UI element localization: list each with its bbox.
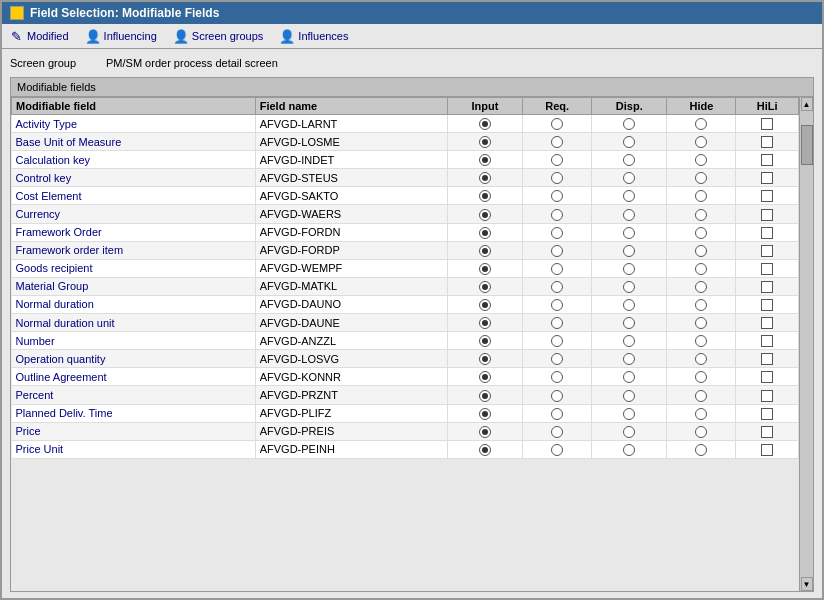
radio-input-circle[interactable] <box>479 281 491 293</box>
radio-hide-circle[interactable] <box>695 317 707 329</box>
radio-hide[interactable] <box>667 368 736 386</box>
radio-req[interactable] <box>523 277 592 295</box>
radio-disp-circle[interactable] <box>623 371 635 383</box>
radio-hide-circle[interactable] <box>695 281 707 293</box>
radio-input-circle[interactable] <box>479 227 491 239</box>
checkbox-hili[interactable] <box>736 205 799 223</box>
radio-input-circle[interactable] <box>479 390 491 402</box>
scroll-down-arrow[interactable]: ▼ <box>801 577 813 591</box>
radio-hide-circle[interactable] <box>695 408 707 420</box>
radio-req-circle[interactable] <box>551 227 563 239</box>
checkbox-hili[interactable] <box>736 314 799 332</box>
radio-req-circle[interactable] <box>551 371 563 383</box>
radio-req-circle[interactable] <box>551 263 563 275</box>
radio-disp-circle[interactable] <box>623 227 635 239</box>
radio-disp[interactable] <box>592 223 667 241</box>
radio-hide-circle[interactable] <box>695 299 707 311</box>
radio-req-circle[interactable] <box>551 190 563 202</box>
radio-disp-circle[interactable] <box>623 299 635 311</box>
radio-disp[interactable] <box>592 332 667 350</box>
radio-req-circle[interactable] <box>551 353 563 365</box>
radio-input[interactable] <box>447 151 522 169</box>
radio-hide-circle[interactable] <box>695 136 707 148</box>
radio-hide-circle[interactable] <box>695 118 707 130</box>
radio-req-circle[interactable] <box>551 209 563 221</box>
radio-req-circle[interactable] <box>551 444 563 456</box>
radio-input-circle[interactable] <box>479 136 491 148</box>
radio-input[interactable] <box>447 332 522 350</box>
vertical-scrollbar[interactable]: ▲ ▼ <box>799 97 813 591</box>
checkbox-hili[interactable] <box>736 295 799 313</box>
checkbox-hili[interactable] <box>736 404 799 422</box>
radio-disp[interactable] <box>592 350 667 368</box>
radio-hide-circle[interactable] <box>695 154 707 166</box>
radio-input[interactable] <box>447 314 522 332</box>
radio-disp[interactable] <box>592 314 667 332</box>
radio-req-circle[interactable] <box>551 245 563 257</box>
hili-checkbox[interactable] <box>761 227 773 239</box>
radio-hide[interactable] <box>667 241 736 259</box>
radio-req[interactable] <box>523 205 592 223</box>
hili-checkbox[interactable] <box>761 408 773 420</box>
radio-disp-circle[interactable] <box>623 335 635 347</box>
radio-input-circle[interactable] <box>479 299 491 311</box>
radio-disp[interactable] <box>592 386 667 404</box>
hili-checkbox[interactable] <box>761 154 773 166</box>
radio-hide-circle[interactable] <box>695 190 707 202</box>
radio-req[interactable] <box>523 187 592 205</box>
hili-checkbox[interactable] <box>761 281 773 293</box>
hili-checkbox[interactable] <box>761 371 773 383</box>
radio-hide-circle[interactable] <box>695 390 707 402</box>
radio-hide[interactable] <box>667 259 736 277</box>
radio-hide[interactable] <box>667 404 736 422</box>
radio-input-circle[interactable] <box>479 371 491 383</box>
hili-checkbox[interactable] <box>761 118 773 130</box>
radio-req-circle[interactable] <box>551 335 563 347</box>
radio-req[interactable] <box>523 386 592 404</box>
radio-hide-circle[interactable] <box>695 172 707 184</box>
radio-req[interactable] <box>523 368 592 386</box>
radio-disp-circle[interactable] <box>623 263 635 275</box>
radio-disp[interactable] <box>592 115 667 133</box>
radio-hide-circle[interactable] <box>695 245 707 257</box>
radio-req-circle[interactable] <box>551 118 563 130</box>
radio-input-circle[interactable] <box>479 263 491 275</box>
checkbox-hili[interactable] <box>736 386 799 404</box>
radio-req[interactable] <box>523 332 592 350</box>
radio-hide-circle[interactable] <box>695 371 707 383</box>
toolbar-screen-groups[interactable]: 👤 Screen groups <box>173 28 264 44</box>
hili-checkbox[interactable] <box>761 190 773 202</box>
toolbar-influencing[interactable]: 👤 Influencing <box>85 28 157 44</box>
radio-disp-circle[interactable] <box>623 209 635 221</box>
radio-disp[interactable] <box>592 151 667 169</box>
radio-input-circle[interactable] <box>479 209 491 221</box>
hili-checkbox[interactable] <box>761 335 773 347</box>
radio-disp[interactable] <box>592 295 667 313</box>
radio-input[interactable] <box>447 259 522 277</box>
radio-input-circle[interactable] <box>479 426 491 438</box>
radio-disp[interactable] <box>592 440 667 458</box>
radio-input-circle[interactable] <box>479 408 491 420</box>
radio-hide[interactable] <box>667 277 736 295</box>
radio-hide-circle[interactable] <box>695 209 707 221</box>
radio-disp-circle[interactable] <box>623 190 635 202</box>
radio-input[interactable] <box>447 295 522 313</box>
hili-checkbox[interactable] <box>761 444 773 456</box>
radio-disp[interactable] <box>592 259 667 277</box>
radio-input-circle[interactable] <box>479 353 491 365</box>
radio-hide-circle[interactable] <box>695 426 707 438</box>
radio-input-circle[interactable] <box>479 154 491 166</box>
checkbox-hili[interactable] <box>736 115 799 133</box>
radio-disp-circle[interactable] <box>623 281 635 293</box>
radio-disp[interactable] <box>592 187 667 205</box>
radio-req[interactable] <box>523 404 592 422</box>
radio-req-circle[interactable] <box>551 281 563 293</box>
radio-req-circle[interactable] <box>551 426 563 438</box>
checkbox-hili[interactable] <box>736 422 799 440</box>
radio-hide-circle[interactable] <box>695 444 707 456</box>
radio-hide[interactable] <box>667 386 736 404</box>
radio-disp[interactable] <box>592 404 667 422</box>
radio-input[interactable] <box>447 169 522 187</box>
radio-input[interactable] <box>447 277 522 295</box>
radio-disp[interactable] <box>592 368 667 386</box>
